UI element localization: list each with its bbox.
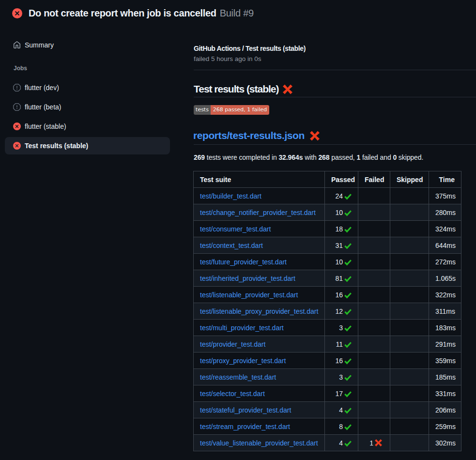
cell-failed xyxy=(358,270,390,287)
table-header-failed: Failed xyxy=(358,171,390,188)
cell-passed: 12 xyxy=(325,303,358,320)
cell-passed: 10 xyxy=(325,204,358,221)
test-suite-link[interactable]: test/selector_test.dart xyxy=(200,390,265,398)
badge-label: tests xyxy=(194,105,211,115)
table-row: test/future_provider_test.dart10272ms xyxy=(194,254,461,270)
cell-failed xyxy=(358,254,390,270)
summary-line: 269 tests were completed in 32.964s with… xyxy=(194,153,423,161)
table-header-skipped: Skipped xyxy=(390,171,429,188)
sidebar-item-job[interactable]: flutter (beta) xyxy=(5,97,170,117)
tests-badge: tests 268 passed, 1 failed xyxy=(194,105,269,115)
x-circle-fill-icon xyxy=(12,8,22,18)
test-suite-link[interactable]: test/context_test.dart xyxy=(200,242,263,249)
cell-failed xyxy=(358,385,390,402)
table-row: test/reassemble_test.dart3185ms xyxy=(194,369,461,385)
cell-skipped xyxy=(390,369,429,385)
cell-time: 375ms xyxy=(429,188,461,204)
sidebar-item-label: flutter (beta) xyxy=(25,103,61,111)
cell-test-suite: test/value_listenable_provider_test.dart xyxy=(194,435,325,451)
cell-passed: 8 xyxy=(325,418,358,435)
cell-test-suite: test/stream_provider_test.dart xyxy=(194,418,325,435)
table-row: test/consumer_test.dart18324ms xyxy=(194,221,461,237)
summary-segment: 32.964s xyxy=(278,153,303,161)
table-header-test-suite: Test suite xyxy=(194,171,325,188)
cell-skipped xyxy=(390,237,429,254)
check-mark-icon xyxy=(344,193,352,200)
run-build-number: Build #9 xyxy=(220,8,254,19)
test-suite-link[interactable]: test/listenable_proxy_provider_test.dart xyxy=(200,307,318,315)
breadcrumb: GitHub Actions / Test results (stable) xyxy=(194,45,306,52)
table-row: test/stream_provider_test.dart8259ms xyxy=(194,418,461,435)
check-mark-icon xyxy=(344,423,352,430)
test-suite-link[interactable]: test/value_listenable_provider_test.dart xyxy=(200,439,318,447)
sidebar-item-job[interactable]: flutter (stable) xyxy=(5,117,170,136)
cell-skipped xyxy=(390,336,429,353)
cell-passed: 17 xyxy=(325,385,358,402)
test-suite-link[interactable]: test/inherited_provider_test.dart xyxy=(200,275,295,282)
report-heading-link[interactable]: reports/test-results.json xyxy=(193,130,305,141)
table-header-passed: Passed xyxy=(325,171,358,188)
sidebar-item-job[interactable]: Test results (stable) xyxy=(5,137,170,154)
summary-segment: 0 xyxy=(393,153,397,161)
jobs-list: flutter (dev)flutter (beta)flutter (stab… xyxy=(5,78,170,154)
cell-skipped xyxy=(390,402,429,418)
test-suite-link[interactable]: test/stateful_provider_test.dart xyxy=(200,406,291,414)
cell-passed: 4 xyxy=(325,435,358,451)
x-circle-fill-icon xyxy=(13,142,21,150)
test-suite-link[interactable]: test/future_provider_test.dart xyxy=(200,258,287,266)
cell-failed xyxy=(358,336,390,353)
cell-passed: 3 xyxy=(325,320,358,336)
cell-test-suite: test/stateful_provider_test.dart xyxy=(194,402,325,418)
x-circle-fill-icon xyxy=(13,123,21,130)
cell-test-suite: test/listenable_proxy_provider_test.dart xyxy=(194,303,325,320)
cell-failed xyxy=(358,303,390,320)
cell-test-suite: test/consumer_test.dart xyxy=(194,221,325,237)
table-row: test/value_listenable_provider_test.dart… xyxy=(194,435,461,451)
jobs-section-label: Jobs xyxy=(14,62,170,74)
test-suite-link[interactable]: test/proxy_provider_test.dart xyxy=(200,357,286,365)
check-mark-icon xyxy=(344,209,352,216)
table-row: test/listenable_provider_test.dart16322m… xyxy=(194,287,461,303)
test-suite-link[interactable]: test/multi_provider_test.dart xyxy=(200,324,284,332)
cell-time: 280ms xyxy=(429,204,461,221)
test-suite-link[interactable]: test/change_notifier_provider_test.dart xyxy=(200,209,316,216)
cell-test-suite: test/builder_test.dart xyxy=(194,188,325,204)
cell-skipped xyxy=(390,287,429,303)
stop-icon xyxy=(13,103,21,111)
cell-time: 185ms xyxy=(429,369,461,385)
check-mark-icon xyxy=(344,226,352,233)
check-mark-icon xyxy=(344,324,352,332)
check-mark-icon xyxy=(344,407,352,414)
cell-skipped xyxy=(390,385,429,402)
summary-segment: passed, xyxy=(329,153,356,161)
cell-skipped xyxy=(390,353,429,369)
run-meta: failed 5 hours ago in 0s xyxy=(194,55,261,62)
summary-segment: failed and xyxy=(360,153,393,161)
cell-test-suite: test/inherited_provider_test.dart xyxy=(194,270,325,287)
divider xyxy=(194,144,476,145)
cell-time: 291ms xyxy=(429,336,461,353)
table-row: test/selector_test.dart17331ms xyxy=(194,385,461,402)
test-suite-link[interactable]: test/stream_provider_test.dart xyxy=(200,423,290,430)
summary-segment: skipped. xyxy=(397,153,423,161)
check-mark-icon xyxy=(344,275,352,282)
cell-failed xyxy=(358,188,390,204)
table-row: test/stateful_provider_test.dart4206ms xyxy=(194,402,461,418)
cross-mark-icon xyxy=(375,439,382,446)
sidebar-item-summary[interactable]: Summary xyxy=(5,35,170,55)
test-suite-link[interactable]: test/reassemble_test.dart xyxy=(200,373,276,381)
cross-mark-icon xyxy=(310,131,320,141)
test-suite-link[interactable]: test/consumer_test.dart xyxy=(200,225,271,233)
cell-failed xyxy=(358,320,390,336)
test-suite-link[interactable]: test/builder_test.dart xyxy=(200,192,261,200)
sidebar-item-job[interactable]: flutter (dev) xyxy=(5,78,170,97)
cell-passed: 11 xyxy=(325,336,358,353)
test-suite-link[interactable]: test/listenable_provider_test.dart xyxy=(200,291,298,299)
table-row: test/provider_test.dart11291ms xyxy=(194,336,461,353)
cell-failed xyxy=(358,287,390,303)
cell-time: 259ms xyxy=(429,418,461,435)
check-mark-icon xyxy=(344,242,352,249)
test-suite-link[interactable]: test/provider_test.dart xyxy=(200,340,265,348)
check-mark-icon xyxy=(344,341,352,348)
check-mark-icon xyxy=(344,259,352,266)
